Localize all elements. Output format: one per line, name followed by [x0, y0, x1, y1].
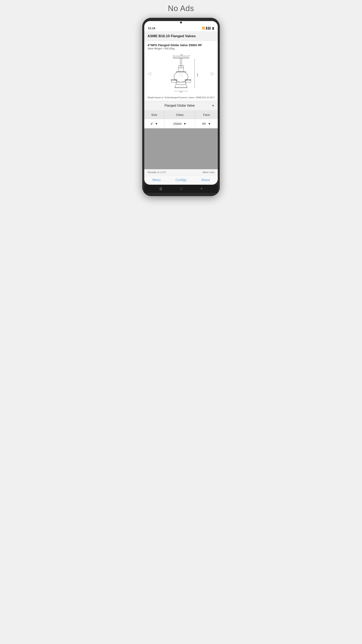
valve-diagram: 720 1079 [159, 54, 203, 94]
selection-table: Size Class Face 4" ▼ 2500# ▼ [144, 110, 218, 128]
home-button[interactable]: □ [181, 187, 182, 191]
signal-icon: ▌▌▌ [206, 27, 211, 30]
phone-frame: 11:14 📶 ▌▌▌ ▓ ASME B16.10 Flanged Valves… [142, 18, 220, 196]
gray-content-area [144, 128, 218, 169]
valve-weight: Valve Weight = 560.00kg [148, 47, 214, 50]
back-button[interactable]: < [200, 187, 202, 191]
class-header: Class [164, 110, 195, 119]
class-value: 2500# [173, 122, 182, 126]
svg-point-15 [174, 71, 188, 82]
status-bar: 11:14 📶 ▌▌▌ ▓ [144, 24, 218, 31]
face-value: RF [202, 122, 206, 126]
phone-system-bar: ||| □ < [144, 185, 218, 193]
nav-configs-button[interactable]: Configs [169, 178, 193, 182]
app-header: ASME B16.10 Flanged Valves [144, 31, 218, 41]
svg-rect-14 [179, 68, 183, 72]
svg-rect-8 [173, 57, 189, 58]
class-cell[interactable]: 2500# ▼ [164, 119, 195, 128]
no-ads-heading: No Ads [168, 4, 194, 13]
camera-dot [180, 22, 182, 24]
diagram-source-label: Weight based on 'Schlumberger/Cameron' v… [148, 96, 194, 99]
valve-type-dropdown-arrow: ▼ [212, 104, 214, 107]
diagram-container: ◁ 720 1079 [144, 52, 218, 96]
size-cell[interactable]: 4" ▼ [144, 119, 164, 128]
svg-rect-9 [180, 58, 182, 68]
battery-icon: ▓ [212, 27, 214, 30]
size-dropdown-arrow: ▼ [155, 122, 158, 126]
size-header: Size [144, 110, 164, 119]
table-header-row: Size Class Face [144, 110, 218, 119]
wifi-icon: 📶 [202, 27, 205, 30]
footer-bar: Pipedata: A-1.5.57 Metric Units [144, 169, 218, 175]
face-cell[interactable]: RF ▼ [195, 119, 218, 128]
nav-menu-button[interactable]: Menu [144, 178, 169, 182]
bottom-nav: Menu Configs About [144, 175, 218, 185]
diagram-prev-button[interactable]: ◁ [146, 69, 153, 78]
phone-screen: 11:14 📶 ▌▌▌ ▓ ASME B16.10 Flanged Valves… [144, 21, 218, 185]
nav-about-button[interactable]: About [193, 178, 218, 182]
units-label: Metric Units [203, 171, 214, 174]
valve-type-dropdown[interactable]: Flanged Globe Valve ▼ [144, 101, 218, 110]
size-value: 4" [151, 122, 154, 126]
version-label: Pipedata: A-1.5.57 [148, 171, 166, 174]
recents-button[interactable]: ||| [160, 187, 162, 191]
valve-name: 4"NPS Flanged Globe Valve 2500# RF [148, 43, 214, 47]
status-icons: 📶 ▌▌▌ ▓ [202, 27, 214, 30]
diagram-footer: Weight based on 'Schlumberger/Cameron' v… [144, 96, 218, 101]
diagram-next-button[interactable]: ▷ [209, 69, 216, 78]
svg-text:720: 720 [180, 54, 183, 56]
svg-text:673: 673 [180, 91, 182, 93]
app-title: ASME B16.10 Flanged Valves [148, 34, 196, 38]
class-dropdown-arrow: ▼ [183, 122, 186, 126]
valve-type-label: Flanged Globe Valve [148, 104, 212, 108]
svg-text:1079: 1079 [196, 73, 198, 76]
face-header: Face [195, 110, 218, 119]
face-dropdown-arrow: ▼ [208, 122, 211, 126]
diagram-standard-label: ASME B16.10-2017 [195, 96, 214, 99]
valve-info: 4"NPS Flanged Globe Valve 2500# RF Valve… [144, 41, 218, 52]
camera-area [144, 21, 218, 24]
status-time: 11:14 [148, 26, 155, 30]
table-value-row: 4" ▼ 2500# ▼ RF ▼ [144, 119, 218, 128]
